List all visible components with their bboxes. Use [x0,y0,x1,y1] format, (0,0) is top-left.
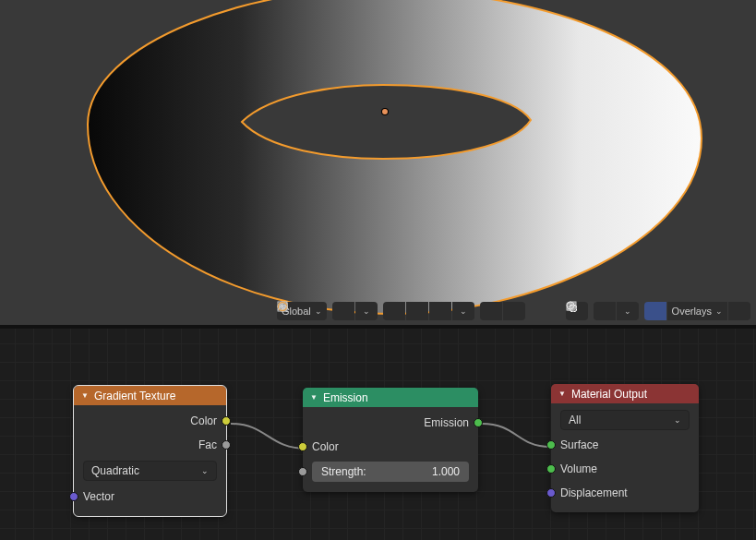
node-emission[interactable]: ▼ Emission Emission Color Strength: 1.00… [303,388,478,492]
chevron-down-icon: ⌄ [201,466,209,475]
node-editor[interactable]: ▼ Gradient Texture Color Fac Quadratic ⌄… [0,325,756,540]
node-title: Material Output [571,388,647,401]
chevron-down-icon: ⌄ [363,306,370,316]
socket-out-emission[interactable] [474,418,483,427]
node-title: Emission [323,391,368,404]
proportional-dropdown[interactable]: ⌄ [452,302,474,320]
collapse-icon: ▼ [81,391,89,400]
socket-in-strength[interactable] [298,467,307,476]
node-gradient-texture[interactable]: ▼ Gradient Texture Color Fac Quadratic ⌄… [74,386,226,516]
output-fac: Fac [83,433,217,457]
socket-in-vector[interactable] [69,492,78,501]
viewport-header-right: ⌄ Overlays ⌄ [566,301,756,321]
input-volume: Volume [560,457,690,481]
overlays-label: Overlays [672,306,712,317]
xray-icon [566,301,577,312]
viewport-header-center: Global ⌄ ⌄ ⌄ [277,301,531,321]
overlays-dropdown[interactable]: Overlays ⌄ [667,302,727,320]
tool-settings-1[interactable] [406,302,428,320]
falloff-icon [277,301,290,312]
xray-toggle[interactable] [728,302,750,320]
chevron-down-icon: ⌄ [715,306,723,316]
proportional-edit-toggle[interactable] [383,302,405,320]
output-emission: Emission [312,411,469,435]
viewport-3d[interactable]: Global ⌄ ⌄ ⌄ [0,0,756,325]
chevron-down-icon: ⌄ [674,415,681,425]
input-vector: Vector [83,485,217,509]
chevron-down-icon: ⌄ [460,306,467,316]
overlays-toggle[interactable] [644,302,666,320]
gizmo-toggle[interactable] [594,302,616,320]
cursor-3d [382,109,388,114]
input-color: Color [312,435,469,459]
proportional-falloff[interactable] [503,302,525,320]
chevron-down-icon: ⌄ [624,306,631,316]
socket-in-surface[interactable] [546,440,556,450]
gizmo-dropdown[interactable]: ⌄ [617,302,639,320]
node-header[interactable]: ▼ Emission [303,388,478,407]
node-material-output[interactable]: ▼ Material Output All ⌄ Surface Volume D… [551,384,699,512]
input-displacement: Displacement [560,481,690,505]
tool-settings-2[interactable] [429,302,451,320]
node-header[interactable]: ▼ Gradient Texture [74,386,226,405]
collapse-icon: ▼ [310,393,318,402]
output-color: Color [83,409,217,433]
snap-toggle[interactable] [332,302,354,320]
socket-out-color[interactable] [222,416,231,426]
strength-field[interactable]: Strength: 1.000 [312,462,469,482]
snap-dropdown[interactable]: ⌄ [355,302,378,320]
node-title: Gradient Texture [94,390,176,402]
input-surface: Surface [560,433,690,457]
output-target-select[interactable]: All ⌄ [560,410,690,430]
socket-in-displacement[interactable] [546,488,556,498]
collapse-icon: ▼ [558,390,566,398]
node-header[interactable]: ▼ Material Output [551,384,699,403]
socket-out-fac[interactable] [222,440,231,450]
torus-render [0,0,756,325]
socket-in-volume[interactable] [546,464,556,474]
proportional-connected[interactable] [480,302,502,320]
socket-in-color[interactable] [298,442,307,451]
gradient-type-select[interactable]: Quadratic ⌄ [83,461,217,481]
chevron-down-icon: ⌄ [315,306,322,316]
